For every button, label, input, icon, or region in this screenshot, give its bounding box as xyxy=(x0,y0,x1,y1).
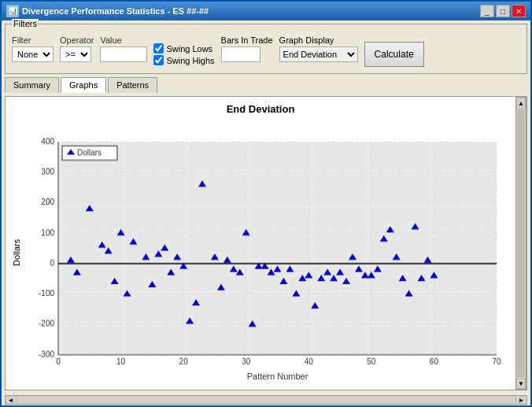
close-button[interactable]: ✕ xyxy=(512,5,526,17)
tab-summary[interactable]: Summary xyxy=(5,77,59,93)
chart-canvas xyxy=(23,118,512,387)
main-window: 📊 Divergence Performance Statistics - ES… xyxy=(0,0,532,407)
bars-in-trade-label: Bars In Trade xyxy=(221,35,273,45)
swing-highs-row: Swing Highs xyxy=(153,55,214,65)
app-icon: 📊 xyxy=(6,5,19,17)
graph-area: End Deviation Dollars xyxy=(6,97,515,390)
value-input[interactable]: 0 xyxy=(100,46,147,62)
filter-col: Filter None xyxy=(12,35,54,62)
y-axis-label: Dollars xyxy=(9,118,23,387)
scroll-left-arrow[interactable]: ◄ xyxy=(6,396,17,404)
calculate-button[interactable]: Calculate xyxy=(364,42,424,67)
horizontal-scrollbar[interactable]: ◄ ► xyxy=(5,395,527,405)
checkboxes-col: Swing Lows Swing Highs xyxy=(153,43,214,65)
bars-in-trade-col: Bars In Trade 10 xyxy=(221,35,273,62)
title-bar: 📊 Divergence Performance Statistics - ES… xyxy=(2,2,530,20)
content-area: Filters Filter None Operator >= <= = xyxy=(2,20,530,407)
graph-display-label: Graph Display xyxy=(279,35,358,45)
tab-graphs[interactable]: Graphs xyxy=(61,77,106,93)
scroll-down-arrow[interactable]: ▼ xyxy=(516,378,526,389)
minimize-button[interactable]: _ xyxy=(480,5,494,17)
scroll-right-arrow[interactable]: ► xyxy=(515,396,526,404)
maximize-button[interactable]: □ xyxy=(496,5,510,17)
chart-inner xyxy=(23,118,512,387)
filters-label: Filters xyxy=(12,19,39,28)
filter-label: Filter xyxy=(12,35,54,45)
operator-label: Operator xyxy=(60,35,94,45)
chart-title: End Deviation xyxy=(227,103,295,115)
vertical-scrollbar[interactable]: ▲ ▼ xyxy=(515,97,526,390)
tabs-row: Summary Graphs Patterns xyxy=(5,77,527,93)
value-label: Value xyxy=(100,35,147,45)
filters-row: Filter None Operator >= <= = Value xyxy=(12,31,520,67)
value-col: Value 0 xyxy=(100,35,147,62)
title-bar-controls: _ □ ✕ xyxy=(480,5,526,17)
operator-select[interactable]: >= <= = xyxy=(60,46,91,62)
swing-lows-row: Swing Lows xyxy=(153,43,214,54)
window-title: Divergence Performance Statistics - ES #… xyxy=(22,6,209,16)
operator-col: Operator >= <= = xyxy=(60,35,94,62)
graph-display-col: Graph Display End Deviation Start Deviat… xyxy=(279,35,358,62)
swing-highs-checkbox[interactable] xyxy=(153,55,164,65)
bars-in-trade-input[interactable]: 10 xyxy=(221,46,260,62)
filter-select[interactable]: None xyxy=(12,46,54,62)
scroll-up-arrow[interactable]: ▲ xyxy=(516,98,526,109)
swing-highs-label: Swing Highs xyxy=(166,56,214,65)
scroll-thumb[interactable] xyxy=(517,109,525,377)
title-bar-left: 📊 Divergence Performance Statistics - ES… xyxy=(6,5,209,17)
graph-display-select[interactable]: End Deviation Start Deviation Max Deviat… xyxy=(279,46,358,62)
filters-group: Filters Filter None Operator >= <= = xyxy=(5,24,527,74)
swing-lows-checkbox[interactable] xyxy=(153,43,164,54)
swing-lows-label: Swing Lows xyxy=(166,44,212,54)
tab-patterns[interactable]: Patterns xyxy=(108,77,157,93)
chart-container: Dollars xyxy=(9,118,512,387)
